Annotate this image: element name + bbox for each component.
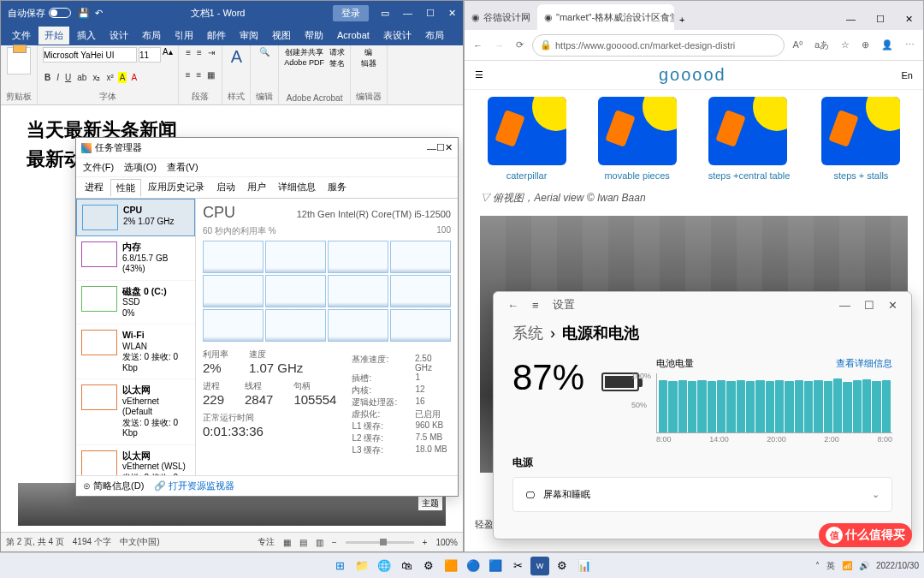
menu-icon[interactable]: ⋯	[902, 38, 918, 52]
tab-acrobat[interactable]: Acrobat	[331, 27, 376, 43]
tab-performance[interactable]: 性能	[110, 179, 141, 197]
bold-button[interactable]: B	[43, 72, 52, 83]
tab-processes[interactable]: 进程	[80, 179, 109, 196]
close-icon[interactable]: ✕	[441, 8, 463, 19]
store-icon[interactable]: 🛍	[397, 557, 416, 575]
ribbon-opts-icon[interactable]: ▭	[374, 8, 396, 19]
perf-item-[interactable]: 内存6.8/15.7 GB (43%)	[76, 236, 195, 281]
refresh-icon[interactable]: ⟳	[512, 38, 527, 52]
bullets-icon[interactable]: ≡	[184, 47, 192, 58]
tab-history[interactable]: 应用历史记录	[143, 179, 210, 196]
breadcrumb-system[interactable]: 系统	[512, 323, 543, 343]
maximize-icon[interactable]: ☐	[436, 142, 445, 153]
tab-home[interactable]: 开始	[38, 27, 69, 45]
app-icon[interactable]: ⚙	[419, 557, 438, 575]
detail-link[interactable]: 查看详细信息	[836, 357, 892, 370]
perf-item-wifi[interactable]: Wi-FiWLAN发送: 0 接收: 0 Kbp	[76, 325, 195, 379]
snip-icon[interactable]: ✂	[508, 557, 527, 575]
lang-switch[interactable]: En	[902, 70, 913, 80]
tab-ref[interactable]: 引用	[169, 27, 199, 45]
clock[interactable]: 2022/10/30	[876, 561, 919, 570]
zoom-in-icon[interactable]: +	[423, 538, 428, 547]
autosave-toggle[interactable]: 自动保存	[8, 7, 71, 20]
perf-item-cpu[interactable]: CPU2% 1.07 GHz	[76, 199, 195, 236]
read-aloud-icon[interactable]: A⁰	[790, 38, 806, 52]
perf-item-[interactable]: 以太网vEthernet (Default发送: 0 接收: 0 Kbp	[76, 379, 195, 445]
tab-services[interactable]: 服务	[323, 179, 352, 196]
tab-view[interactable]: 视图	[266, 27, 297, 45]
zoom-out-icon[interactable]: −	[332, 538, 337, 547]
wordcount[interactable]: 4194 个字	[73, 536, 111, 548]
close-icon[interactable]: ✕	[881, 297, 904, 313]
menu-file[interactable]: 文件(F)	[83, 161, 114, 174]
maximize-icon[interactable]: ☐	[866, 9, 895, 30]
hamburger-icon[interactable]: ☰	[475, 69, 483, 80]
shading-icon[interactable]: ▦	[205, 69, 216, 80]
tab-startup[interactable]: 启动	[211, 179, 240, 196]
styles-icon[interactable]: A	[231, 47, 242, 67]
tab-insert[interactable]: 插入	[71, 27, 102, 45]
italic-button[interactable]: I	[55, 72, 61, 83]
minimize-icon[interactable]: —	[427, 143, 436, 153]
browser-tab-2[interactable]: ◉"market"-格林威治设计区食堂✕	[537, 4, 674, 30]
editor-button[interactable]: 编 辑器	[361, 47, 376, 69]
wifi-icon[interactable]: 📶	[842, 561, 852, 570]
maximize-icon[interactable]: ☐	[857, 297, 881, 313]
minimize-icon[interactable]: —	[396, 8, 419, 18]
minimize-icon[interactable]: —	[836, 9, 866, 30]
tab-layout[interactable]: 布局	[136, 27, 167, 45]
paste-icon[interactable]	[7, 47, 31, 74]
view-print-icon[interactable]: ▤	[299, 538, 307, 547]
tab-layout2[interactable]: 布局	[419, 27, 450, 45]
design-thumb[interactable]: steps + stalls	[821, 97, 900, 181]
tab-help[interactable]: 帮助	[299, 27, 329, 45]
hamburger-icon[interactable]: ≡	[525, 297, 546, 313]
settings-icon[interactable]: ⚙	[553, 557, 572, 575]
tab-users[interactable]: 用户	[242, 179, 271, 196]
profile-icon[interactable]: 👤	[878, 38, 897, 52]
tab-file[interactable]: 文件	[6, 27, 37, 45]
highlight-button[interactable]: A	[118, 72, 127, 83]
tab-design[interactable]: 设计	[104, 27, 134, 45]
edge-icon[interactable]: 🌐	[375, 557, 394, 575]
find-icon[interactable]: 🔍	[259, 47, 270, 57]
explorer-icon[interactable]: 📁	[352, 557, 371, 575]
translate-icon[interactable]: aあ	[811, 37, 832, 53]
create-pdf-button[interactable]: 创建并共享 Adobe PDF	[284, 47, 324, 69]
tray-chevron-icon[interactable]: ˄	[815, 561, 820, 570]
grow-font-icon[interactable]: A▴	[163, 47, 173, 63]
back-icon[interactable]: ←	[500, 297, 525, 313]
maximize-icon[interactable]: ☐	[419, 8, 441, 19]
menu-options[interactable]: 选项(O)	[124, 161, 157, 174]
menu-view[interactable]: 查看(V)	[167, 161, 198, 174]
resmon-link[interactable]: 🔗 打开资源监视器	[154, 480, 234, 492]
word-icon[interactable]: W	[530, 557, 549, 575]
forward-icon[interactable]: →	[491, 39, 507, 52]
font-size-select[interactable]	[139, 47, 161, 63]
tab-tabledesign[interactable]: 表设计	[377, 27, 418, 45]
view-web-icon[interactable]: ▥	[316, 538, 323, 547]
address-bar[interactable]: 🔒 https://www.gooood.cn/market-design-di…	[532, 34, 785, 57]
perf-item-0c[interactable]: 磁盘 0 (C:)SSD0%	[76, 281, 195, 325]
screen-sleep-item[interactable]: 🖵 屏幕和睡眠 ⌄	[512, 477, 892, 512]
browser-tab-1[interactable]: ◉谷德设计网	[465, 4, 537, 30]
sub-button[interactable]: x₂	[91, 72, 102, 83]
close-icon[interactable]: ✕	[895, 9, 923, 30]
back-icon[interactable]: ←	[470, 39, 486, 52]
favorite-icon[interactable]: ☆	[838, 38, 853, 52]
indent-icon[interactable]: ⇥	[206, 47, 216, 58]
design-thumb[interactable]: movable pieces	[598, 97, 677, 181]
zoom-value[interactable]: 100%	[435, 538, 458, 547]
language[interactable]: 中文(中国)	[120, 536, 160, 548]
strike-button[interactable]: ab	[75, 72, 88, 83]
align-center-icon[interactable]: ≡	[195, 69, 204, 80]
undo-icon[interactable]: ↶	[95, 8, 103, 19]
page-indicator[interactable]: 第 2 页, 共 4 页	[6, 536, 64, 548]
collections-icon[interactable]: ⊕	[858, 38, 873, 52]
design-thumb[interactable]: caterpillar	[488, 97, 566, 181]
minimize-icon[interactable]: —	[832, 297, 857, 313]
design-thumb[interactable]: steps +central table	[708, 97, 791, 181]
sup-button[interactable]: x²	[104, 72, 115, 83]
perf-item-[interactable]: 以太网vEthernet (WSL)发送: 0 接收: 0 Kbp	[76, 445, 195, 476]
taskmgr-icon[interactable]: 📊	[575, 557, 594, 575]
